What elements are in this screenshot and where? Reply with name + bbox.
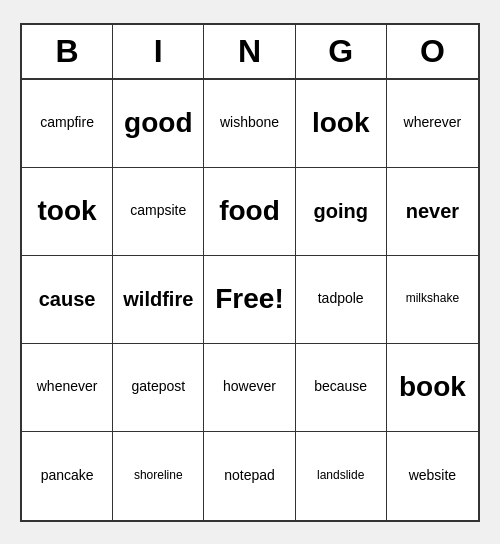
cell-text-1: good — [124, 108, 192, 139]
bingo-cell-12: Free! — [204, 256, 295, 344]
bingo-cell-13: tadpole — [296, 256, 387, 344]
bingo-cell-21: shoreline — [113, 432, 204, 520]
cell-text-21: shoreline — [134, 469, 183, 482]
header-letter-n: N — [204, 25, 295, 78]
cell-text-0: campfire — [40, 115, 94, 130]
cell-text-3: look — [312, 108, 370, 139]
bingo-cell-3: look — [296, 80, 387, 168]
bingo-cell-1: good — [113, 80, 204, 168]
bingo-cell-14: milkshake — [387, 256, 478, 344]
cell-text-10: cause — [39, 288, 96, 310]
cell-text-13: tadpole — [318, 291, 364, 306]
bingo-cell-2: wishbone — [204, 80, 295, 168]
cell-text-16: gatepost — [131, 379, 185, 394]
header-letter-i: I — [113, 25, 204, 78]
bingo-cell-19: book — [387, 344, 478, 432]
bingo-cell-8: going — [296, 168, 387, 256]
bingo-cell-6: campsite — [113, 168, 204, 256]
cell-text-17: however — [223, 379, 276, 394]
cell-text-2: wishbone — [220, 115, 279, 130]
cell-text-8: going — [313, 200, 367, 222]
bingo-cell-16: gatepost — [113, 344, 204, 432]
cell-text-23: landslide — [317, 469, 364, 482]
cell-text-11: wildfire — [123, 288, 193, 310]
cell-text-5: took — [38, 196, 97, 227]
bingo-cell-18: because — [296, 344, 387, 432]
bingo-cell-9: never — [387, 168, 478, 256]
bingo-card: BINGO campfiregoodwishbonelookwhereverto… — [20, 23, 480, 522]
cell-text-18: because — [314, 379, 367, 394]
bingo-cell-5: took — [22, 168, 113, 256]
cell-text-22: notepad — [224, 468, 275, 483]
bingo-cell-0: campfire — [22, 80, 113, 168]
cell-text-9: never — [406, 200, 459, 222]
cell-text-24: website — [409, 468, 456, 483]
bingo-cell-20: pancake — [22, 432, 113, 520]
cell-text-4: wherever — [404, 115, 462, 130]
bingo-cell-17: however — [204, 344, 295, 432]
cell-text-15: whenever — [37, 379, 98, 394]
header-letter-g: G — [296, 25, 387, 78]
cell-text-6: campsite — [130, 203, 186, 218]
cell-text-12: Free! — [215, 284, 283, 315]
bingo-cell-7: food — [204, 168, 295, 256]
bingo-cell-10: cause — [22, 256, 113, 344]
cell-text-14: milkshake — [406, 292, 459, 305]
bingo-grid: campfiregoodwishbonelookwherevertookcamp… — [22, 80, 478, 520]
cell-text-7: food — [219, 196, 280, 227]
header-letter-o: O — [387, 25, 478, 78]
cell-text-19: book — [399, 372, 466, 403]
bingo-cell-22: notepad — [204, 432, 295, 520]
bingo-cell-11: wildfire — [113, 256, 204, 344]
bingo-cell-23: landslide — [296, 432, 387, 520]
bingo-cell-24: website — [387, 432, 478, 520]
bingo-header: BINGO — [22, 25, 478, 80]
cell-text-20: pancake — [41, 468, 94, 483]
bingo-cell-15: whenever — [22, 344, 113, 432]
bingo-cell-4: wherever — [387, 80, 478, 168]
header-letter-b: B — [22, 25, 113, 78]
